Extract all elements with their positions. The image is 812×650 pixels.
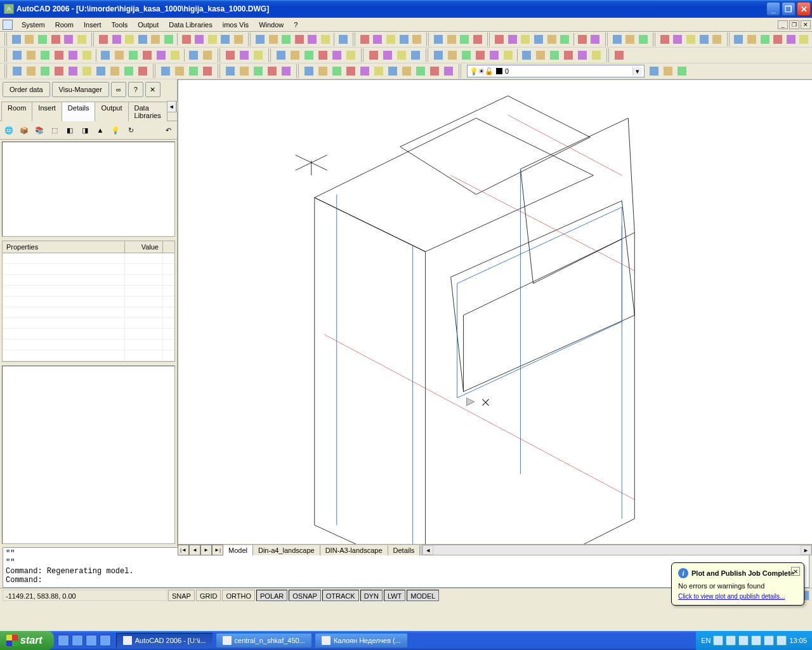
toolbar-button[interactable] bbox=[237, 64, 251, 78]
side-tool-icon[interactable]: ↻ bbox=[124, 123, 138, 137]
toolbar-button[interactable] bbox=[316, 48, 330, 62]
status-toggle-dyn[interactable]: DYN bbox=[360, 590, 383, 601]
toolbar-grip-icon[interactable] bbox=[487, 32, 491, 46]
start-button[interactable]: start bbox=[0, 631, 54, 650]
toolbar-button[interactable] bbox=[49, 32, 62, 46]
toolbar-button[interactable] bbox=[400, 64, 414, 78]
toolbar-button[interactable] bbox=[506, 32, 520, 46]
toolbar-button[interactable] bbox=[66, 48, 80, 62]
toolbar-button[interactable] bbox=[493, 32, 506, 46]
toolbar-button[interactable] bbox=[316, 64, 330, 78]
toolbar-grip-icon[interactable] bbox=[268, 48, 272, 62]
status-toggle-polar[interactable]: POLAR bbox=[256, 590, 287, 601]
layout-tab-a3[interactable]: DIN-A3-landscape bbox=[320, 545, 388, 555]
toolbar-button[interactable] bbox=[200, 64, 214, 78]
toolbar-button[interactable] bbox=[684, 32, 698, 46]
tab-first-icon[interactable]: |◄ bbox=[178, 545, 189, 555]
tray-icon[interactable] bbox=[713, 635, 723, 646]
balloon-link[interactable]: Click to view plot and publish details..… bbox=[678, 593, 785, 600]
toolbar-button[interactable] bbox=[223, 48, 237, 62]
layout-tab-details[interactable]: Details bbox=[388, 545, 421, 555]
toolbar-grip-icon[interactable] bbox=[296, 64, 300, 78]
ql-icon[interactable] bbox=[86, 635, 97, 646]
status-toggle-ortho[interactable]: ORTHO bbox=[222, 590, 255, 601]
side-tool-icon[interactable]: ◨ bbox=[78, 123, 92, 137]
toolbar-button[interactable] bbox=[330, 64, 344, 78]
tab-last-icon[interactable]: ►| bbox=[212, 545, 223, 555]
toolbar-button[interactable] bbox=[519, 32, 532, 46]
toolbar-button[interactable] bbox=[471, 32, 485, 46]
side-tool-icon[interactable]: ↶ bbox=[161, 123, 175, 137]
toolbar-button[interactable] bbox=[251, 64, 265, 78]
toolbar-button[interactable] bbox=[36, 32, 49, 46]
toolbar-button[interactable] bbox=[110, 32, 123, 46]
toolbar-grip-icon[interactable] bbox=[653, 32, 657, 46]
layout-tab-a4[interactable]: Din-a4_landscape bbox=[253, 545, 320, 555]
toolbar-grip-icon[interactable] bbox=[153, 64, 157, 78]
toolbar-grip-icon[interactable] bbox=[459, 64, 462, 78]
side-tool-icon[interactable]: 📦 bbox=[17, 123, 31, 137]
side-tool-icon[interactable]: ▲ bbox=[93, 123, 107, 137]
toolbar-grip-icon[interactable] bbox=[727, 32, 731, 46]
task-autocad[interactable]: AutoCAD 2006 - [U:\i... bbox=[116, 633, 213, 648]
toolbar-button[interactable] bbox=[501, 48, 515, 62]
tab-next-icon[interactable]: ► bbox=[200, 545, 212, 555]
toolbar-button[interactable] bbox=[66, 64, 80, 78]
toolbar-button[interactable] bbox=[306, 32, 319, 46]
toolbar-button[interactable] bbox=[302, 48, 316, 62]
h-scrollbar[interactable]: ◄ ► bbox=[422, 545, 812, 555]
toolbar-button[interactable] bbox=[251, 48, 265, 62]
mdi-close-button[interactable]: ✕ bbox=[801, 20, 811, 29]
mdi-restore-button[interactable]: ❐ bbox=[789, 20, 799, 29]
menu-tools[interactable]: Tools bbox=[107, 19, 133, 30]
toolbar-button[interactable] bbox=[193, 32, 206, 46]
toolbar-button[interactable] bbox=[358, 64, 372, 78]
order-data-button[interactable]: Order data bbox=[3, 82, 50, 97]
toolbar-button[interactable] bbox=[372, 64, 386, 78]
toolbar-button[interactable] bbox=[108, 64, 122, 78]
toolbar-button[interactable] bbox=[80, 48, 94, 62]
tray-icon[interactable] bbox=[738, 635, 749, 646]
toolbar-grip-icon[interactable] bbox=[4, 32, 8, 46]
link-icon[interactable]: ∞ bbox=[111, 82, 126, 97]
toolbar-button[interactable] bbox=[344, 48, 358, 62]
toolbar-button[interactable] bbox=[367, 48, 381, 62]
toolbar-grip-icon[interactable] bbox=[361, 48, 365, 62]
toolbar-button[interactable] bbox=[458, 32, 471, 46]
ql-icon[interactable] bbox=[72, 635, 83, 646]
toolbar-button[interactable] bbox=[561, 48, 575, 62]
toolbar-button[interactable] bbox=[112, 48, 126, 62]
toolbar-grip-icon[interactable] bbox=[426, 48, 429, 62]
toolbar-button[interactable] bbox=[10, 64, 24, 78]
toolbar-grip-icon[interactable] bbox=[218, 48, 221, 62]
toolbar-button[interactable] bbox=[237, 48, 251, 62]
toolbar-button[interactable] bbox=[219, 32, 232, 46]
toolbar-button[interactable] bbox=[636, 32, 650, 46]
tray-icon[interactable] bbox=[726, 635, 736, 646]
status-toggle-snap[interactable]: SNAP bbox=[168, 590, 195, 601]
toolbar-button[interactable] bbox=[336, 32, 350, 46]
toolbar-button[interactable] bbox=[52, 48, 66, 62]
toolbar-button[interactable] bbox=[431, 48, 445, 62]
toolbar-button[interactable] bbox=[187, 64, 200, 78]
toolbar-grip-icon[interactable] bbox=[248, 32, 252, 46]
toolbar-grip-icon[interactable] bbox=[218, 64, 221, 78]
toolbar-button[interactable] bbox=[558, 32, 572, 46]
scroll-left-icon[interactable]: ◄ bbox=[422, 545, 433, 555]
toolbar-grip-icon[interactable] bbox=[4, 64, 8, 78]
toolbar-button[interactable] bbox=[445, 32, 459, 46]
toolbar-button[interactable] bbox=[206, 32, 219, 46]
close-panel-icon[interactable]: ✕ bbox=[145, 82, 160, 97]
toolbar-button[interactable] bbox=[140, 48, 154, 62]
tab-prev-icon[interactable]: ◄ bbox=[189, 545, 200, 555]
toolbar-button[interactable] bbox=[381, 48, 395, 62]
tab-details[interactable]: Details bbox=[62, 102, 96, 121]
toolbar-button[interactable] bbox=[319, 32, 332, 46]
toolbar-button[interactable] bbox=[288, 48, 302, 62]
menu-output[interactable]: Output bbox=[133, 19, 164, 30]
toolbar-button[interactable] bbox=[647, 64, 661, 78]
toolbar-button[interactable] bbox=[442, 64, 455, 78]
tab-output[interactable]: Output bbox=[95, 102, 128, 121]
toolbar-button[interactable] bbox=[661, 64, 675, 78]
toolbar-button[interactable] bbox=[487, 48, 501, 62]
